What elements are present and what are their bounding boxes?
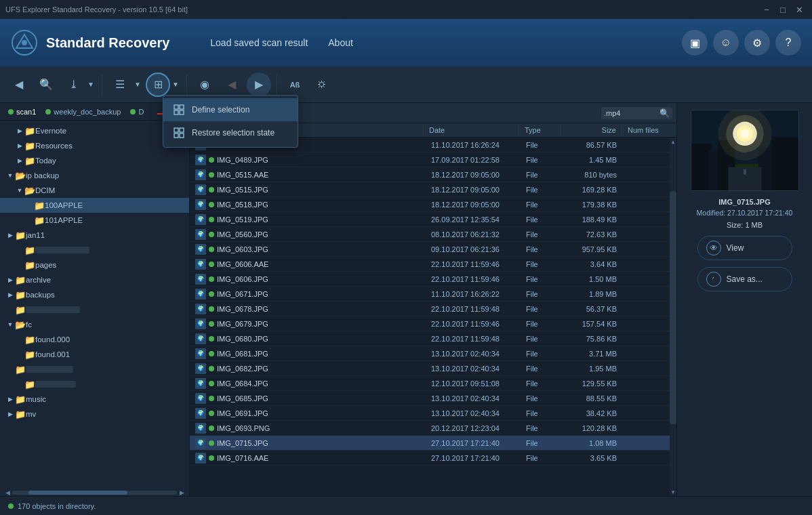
search-icon[interactable]: 🔍 [659, 108, 670, 118]
tree-item-unnamed2[interactable]: 📁 [0, 302, 189, 317]
vscroll-down[interactable]: ▼ [670, 488, 676, 496]
tree-item-unnamed3[interactable]: 📁 [0, 362, 189, 377]
tree-item-backups[interactable]: ▶ 📁 backups [0, 287, 189, 302]
table-row[interactable]: 🌍 IMG_0603.JPG 09.10.2017 06:21:36 File … [190, 242, 676, 257]
file-tree[interactable]: ▶ 📁 Evernote ▶ 📁 Resources ▶ 📁 Today ▼ 📂… [0, 121, 189, 489]
file-thumb-icon: 🌍 [195, 423, 206, 434]
folder-icon: 📂 [24, 186, 35, 196]
tree-item-resources[interactable]: ▶ 📁 Resources [0, 138, 189, 153]
tool-settings-button[interactable]: ⛭ [310, 73, 334, 97]
table-row[interactable]: 🌍 IMG_0678.JPG 22.10.2017 11:59:48 File … [190, 302, 676, 316]
close-button[interactable]: ✕ [792, 3, 807, 16]
tree-hscrollbar[interactable]: ◀ ▶ [0, 489, 189, 496]
tree-item-found001[interactable]: 📁 found.001 [0, 347, 189, 362]
table-row[interactable]: 🌍 IMG_0684.JPG 12.10.2017 09:51:08 File … [190, 376, 676, 391]
toggle-icon [15, 379, 24, 389]
table-row[interactable]: 🌍 IMG_0671.JPG 11.10.2017 16:26:22 File … [190, 287, 676, 302]
dropdown-define-selection[interactable]: Define selection [163, 98, 298, 121]
tree-item-100apple[interactable]: 📁 100APPLE [0, 198, 189, 213]
file-name-label: IMG_0671.JPG [217, 290, 268, 298]
grid-arrow[interactable]: ▼ [170, 73, 181, 97]
tree-item-today[interactable]: ▶ 📁 Today [0, 153, 189, 168]
col-header-type[interactable]: Type [519, 123, 560, 137]
tab-d[interactable]: D [126, 106, 148, 117]
tab-label-scan1: scan1 [16, 108, 36, 116]
scroll-right-arrow[interactable]: ▶ [177, 488, 186, 496]
tree-item-archive[interactable]: ▶ 📁 archive [0, 272, 189, 287]
tree-item-101apple[interactable]: 📁 101APPLE [0, 213, 189, 228]
col-header-size[interactable]: Size [561, 123, 622, 137]
table-row[interactable]: 🌍 IMG_0606.AAE 22.10.2017 11:59:46 File … [190, 257, 676, 272]
help-button[interactable]: ? [775, 30, 801, 56]
monitor-button[interactable]: ▣ [682, 30, 708, 56]
save-arrow[interactable]: ▼ [85, 73, 96, 97]
tree-item-dcim[interactable]: ▼ 📂 DCIM [0, 183, 189, 198]
table-row[interactable]: 🌍 IMG_0716.AAE 27.10.2017 17:21:40 File … [190, 451, 676, 466]
table-row-selected[interactable]: 🌍 IMG_0715.JPG 27.10.2017 17:21:40 File … [190, 436, 676, 451]
table-row[interactable]: 🌍 IMG_0606.JPG 22.10.2017 11:59:46 File … [190, 272, 676, 287]
tree-item-found000[interactable]: 📁 found.000 [0, 332, 189, 347]
vscroll-container[interactable]: ▲ ▼ [670, 138, 676, 496]
nav-about[interactable]: About [328, 37, 353, 48]
svg-rect-4 [180, 105, 184, 109]
tree-item-unnamed4[interactable]: 📁 [0, 377, 189, 392]
table-row[interactable]: 🌍 IMG_0680.JPG 22.10.2017 11:59:48 File … [190, 331, 676, 346]
tree-item-unnamed1[interactable]: 📁 [0, 243, 189, 258]
list-button[interactable]: ☰ [108, 73, 132, 97]
table-row[interactable]: 🌍 IMG_0693.PNG 20.12.2017 12:23:04 File … [190, 421, 676, 436]
vscroll-thumb[interactable] [670, 191, 676, 424]
table-row[interactable]: 🌍 IMG_0691.JPG 13.10.2017 02:40:34 File … [190, 406, 676, 421]
tree-item-jan11[interactable]: ▶ 📁 jan11 [0, 228, 189, 243]
play-back-button[interactable]: ◀ [220, 73, 244, 97]
list-arrow[interactable]: ▼ [132, 73, 143, 97]
sep2 [186, 75, 187, 95]
status-text: 170 objects in directory. [18, 502, 96, 510]
search-button[interactable]: 🔍 [34, 73, 58, 97]
status-dot [209, 202, 214, 207]
play-forward-button[interactable]: ▶ [247, 73, 271, 97]
scroll-left-arrow[interactable]: ◀ [3, 488, 12, 496]
table-row[interactable]: 🌍 IMG_0515.JPG 18.12.2017 09:05:00 File … [190, 182, 676, 197]
minimize-button[interactable]: − [759, 3, 774, 16]
table-row[interactable]: 🌍 IMG_0682.JPG 13.10.2017 02:40:34 File … [190, 361, 676, 376]
ab-button[interactable]: Aß [283, 73, 307, 97]
table-row[interactable]: 🌍 IMG_0489.JPG 17.09.2017 01:22:58 File … [190, 152, 676, 167]
file-list: Name Date Type Size Num files [190, 123, 676, 496]
table-row[interactable]: 🌍 IMG_0518.JPG 18.12.2017 09:05:00 File … [190, 197, 676, 212]
back-button[interactable]: ◀ [7, 73, 31, 97]
tree-item-fc[interactable]: ▼ 📂 fc [0, 317, 189, 332]
scan-button[interactable]: ◉ [192, 73, 217, 97]
settings-button[interactable]: ⚙ [744, 30, 770, 56]
view-button[interactable]: 👁 View [697, 236, 792, 260]
col-header-numfiles[interactable]: Num files [622, 123, 676, 137]
tab-label-weekly: weekly_doc_backup [54, 108, 121, 116]
user-button[interactable]: ☺ [713, 30, 739, 56]
nav-load-scan[interactable]: Load saved scan result [210, 37, 308, 48]
dropdown-restore-selection[interactable]: Restore selection state [163, 121, 298, 144]
tab-scan1[interactable]: scan1 [4, 106, 40, 117]
col-header-date[interactable]: Date [424, 123, 519, 137]
search-input[interactable] [604, 109, 658, 117]
table-row[interactable]: 🌍 IMG_0679.JPG 22.10.2017 11:59:46 File … [190, 316, 676, 331]
table-row[interactable]: 🌍 IMG_0685.JPG 13.10.2017 02:40:34 File … [190, 391, 676, 406]
table-row[interactable]: 🌍 IMG_0560.JPG 08.10.2017 06:21:32 File … [190, 227, 676, 242]
file-name-label: IMG_0606.AAE [217, 260, 268, 268]
file-size: 3.65 KB [561, 451, 622, 465]
tree-item-pages[interactable]: 📁 pages [0, 258, 189, 272]
tree-item-ip-backup[interactable]: ▼ 📂 ip backup [0, 168, 189, 183]
table-row[interactable]: 🌍 IMG_0519.JPG 26.09.2017 12:35:54 File … [190, 212, 676, 227]
save-as-button[interactable]: ⎖ Save as... [697, 267, 792, 291]
table-row[interactable]: 🌍 IMG_0681.JPG 13.10.2017 02:40:34 File … [190, 346, 676, 361]
maximize-button[interactable]: □ [775, 3, 790, 16]
table-row[interactable]: 🌍 IMG_0515.AAE 18.12.2017 09:05:00 File … [190, 167, 676, 182]
save-button[interactable]: ⤓ [61, 73, 85, 97]
tab-weekly[interactable]: weekly_doc_backup [41, 106, 125, 117]
file-name-label: IMG_0715.JPG [217, 439, 268, 447]
file-list-body[interactable]: 🌍 11.10.2017 16:26:24 File 86.57 KB 🌍 IM… [190, 138, 676, 496]
file-size: 129.55 KB [561, 377, 622, 390]
scroll-thumb[interactable] [28, 491, 127, 495]
tree-item-mv[interactable]: ▶ 📁 mv [0, 407, 189, 421]
tree-item-music[interactable]: ▶ 📁 music [0, 392, 189, 407]
grid-button[interactable]: ⊞ [146, 73, 170, 97]
vscroll-up[interactable]: ▲ [670, 138, 676, 146]
